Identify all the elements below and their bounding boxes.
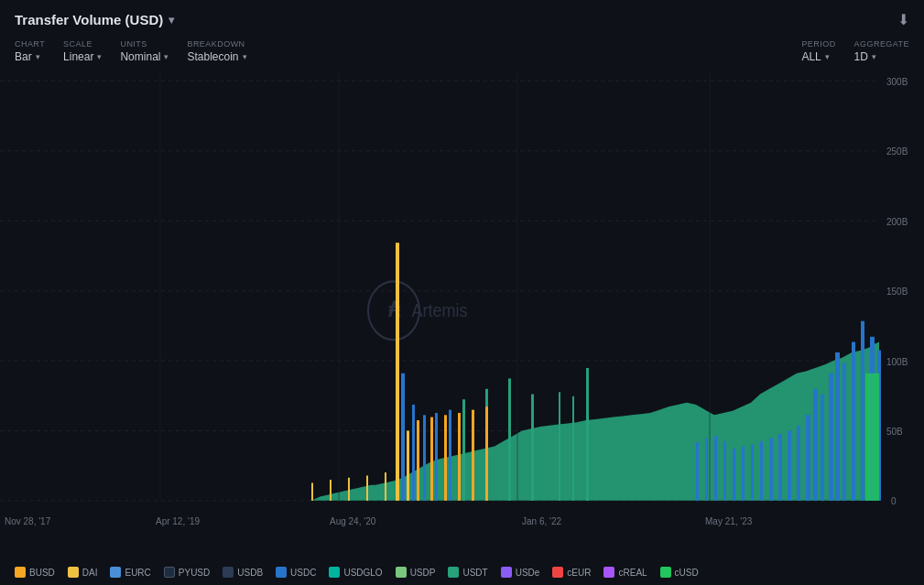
legend-item-eurc[interactable]: EURC: [110, 567, 150, 578]
chart-value: Bar: [15, 50, 32, 63]
legend-item-busd[interactable]: BUSD: [15, 567, 55, 578]
svg-rect-55: [821, 395, 824, 501]
legend-label-creal: cREAL: [618, 568, 647, 578]
breakdown-value: Stablecoin: [187, 50, 238, 63]
legend-color-dai: [68, 567, 79, 578]
svg-text:Jan 6, '22: Jan 6, '22: [522, 515, 561, 526]
chart-svg: 300B 250B 200B 150B 100B 50B 0 Nov 28, '…: [0, 70, 924, 561]
legend-color-ceur: [552, 567, 563, 578]
svg-rect-53: [806, 415, 810, 501]
svg-rect-31: [852, 342, 855, 501]
legend-item-usde[interactable]: USDe: [501, 567, 540, 578]
legend-color-usdp: [396, 567, 407, 578]
svg-text:May 21, '23: May 21, '23: [705, 515, 752, 526]
legend-label-dai: DAI: [82, 568, 98, 578]
svg-rect-51: [366, 475, 368, 500]
svg-text:300B: 300B: [886, 75, 908, 87]
svg-text:0: 0: [891, 495, 897, 507]
svg-rect-68: [714, 436, 717, 501]
legend-color-usdb: [223, 567, 234, 578]
chart-area: 300B 250B 200B 150B 100B 50B 0 Nov 28, '…: [0, 70, 924, 561]
breakdown-caret-icon: ▾: [243, 52, 247, 61]
svg-rect-65: [742, 447, 745, 501]
svg-rect-54: [813, 389, 818, 501]
breakdown-select[interactable]: Stablecoin ▾: [187, 50, 246, 63]
svg-text:200B: 200B: [886, 215, 908, 227]
legend: BUSD DAI EURC PYUSD USDB USDC USDGLO US: [0, 561, 924, 585]
svg-rect-23: [462, 399, 465, 501]
header: Transfer Volume (USD) ▾ ⬇: [0, 0, 924, 36]
main-container: Transfer Volume (USD) ▾ ⬇ CHART Bar ▾ SC…: [0, 0, 924, 585]
svg-rect-48: [311, 482, 313, 500]
legend-color-usdc: [276, 567, 287, 578]
legend-label-ceur: cEUR: [567, 568, 591, 578]
legend-item-usdt[interactable]: USDT: [448, 567, 487, 578]
svg-rect-59: [797, 426, 800, 501]
title-chevron-icon[interactable]: ▾: [168, 14, 174, 27]
legend-label-cusd: cUSD: [675, 568, 699, 578]
svg-rect-67: [723, 441, 726, 501]
scale-select[interactable]: Linear ▾: [63, 50, 102, 63]
legend-color-busd: [15, 567, 26, 578]
aggregate-select[interactable]: 1D ▾: [854, 50, 909, 63]
legend-item-creal[interactable]: cREAL: [603, 567, 647, 578]
period-label: PERIOD: [801, 39, 835, 49]
legend-item-usdb[interactable]: USDB: [223, 567, 263, 578]
svg-text:150B: 150B: [886, 286, 908, 298]
legend-item-usdc[interactable]: USDC: [276, 567, 316, 578]
legend-item-usdp[interactable]: USDP: [396, 567, 436, 578]
chart-caret-icon: ▾: [36, 52, 40, 61]
legend-color-creal: [603, 567, 614, 578]
svg-text:50B: 50B: [886, 425, 903, 437]
legend-label-pyusd: PYUSD: [179, 568, 210, 578]
units-select[interactable]: Nominal ▾: [120, 50, 168, 63]
svg-rect-39: [423, 415, 426, 501]
units-caret-icon: ▾: [164, 52, 168, 61]
svg-rect-42: [417, 420, 419, 501]
scale-control: SCALE Linear ▾: [63, 39, 102, 63]
aggregate-control: AGGREGATE 1D ▾: [854, 39, 909, 63]
svg-text:100B: 100B: [886, 355, 908, 367]
chart-title-group: Transfer Volume (USD) ▾: [15, 12, 174, 27]
svg-text:Artemis: Artemis: [412, 300, 468, 320]
svg-rect-26: [531, 395, 534, 501]
svg-rect-70: [696, 442, 699, 501]
legend-label-usde: USDe: [516, 568, 540, 578]
svg-rect-60: [788, 430, 791, 500]
legend-item-pyusd[interactable]: PYUSD: [164, 567, 210, 578]
svg-rect-44: [444, 415, 447, 501]
legend-item-usdglo[interactable]: USDGLO: [329, 567, 382, 578]
chart-control: CHART Bar ▾: [15, 39, 45, 63]
svg-rect-41: [449, 410, 451, 501]
period-control: PERIOD ALL ▾: [801, 39, 835, 63]
period-select[interactable]: ALL ▾: [801, 50, 835, 63]
download-icon[interactable]: ⬇: [897, 11, 909, 28]
svg-rect-40: [435, 413, 438, 501]
svg-rect-62: [769, 438, 773, 500]
svg-rect-29: [586, 368, 589, 501]
svg-text:Nov 28, '17: Nov 28, '17: [5, 515, 50, 526]
svg-rect-49: [330, 480, 332, 501]
aggregate-value: 1D: [854, 50, 868, 63]
scale-value: Linear: [63, 50, 93, 63]
svg-rect-69: [705, 438, 708, 500]
chart-title: Transfer Volume (USD): [15, 12, 163, 27]
svg-rect-50: [348, 478, 350, 501]
legend-label-usdt: USDT: [462, 568, 487, 578]
svg-rect-52: [385, 472, 386, 501]
svg-rect-61: [778, 434, 782, 501]
chart-select[interactable]: Bar ▾: [15, 50, 45, 63]
legend-item-ceur[interactable]: cEUR: [552, 567, 591, 578]
legend-item-cusd[interactable]: cUSD: [660, 567, 699, 578]
controls-bar: CHART Bar ▾ SCALE Linear ▾ UNITS Nominal…: [0, 36, 924, 70]
legend-label-usdp: USDP: [410, 568, 436, 578]
svg-rect-37: [401, 374, 405, 501]
legend-item-dai[interactable]: DAI: [68, 567, 98, 578]
svg-rect-47: [485, 406, 488, 501]
breakdown-control: BREAKDOWN Stablecoin ▾: [187, 39, 246, 63]
svg-rect-35: [396, 243, 399, 501]
chart-label: CHART: [15, 39, 45, 49]
period-caret-icon: ▾: [825, 52, 830, 61]
svg-rect-43: [430, 417, 433, 501]
svg-rect-30: [842, 363, 846, 501]
